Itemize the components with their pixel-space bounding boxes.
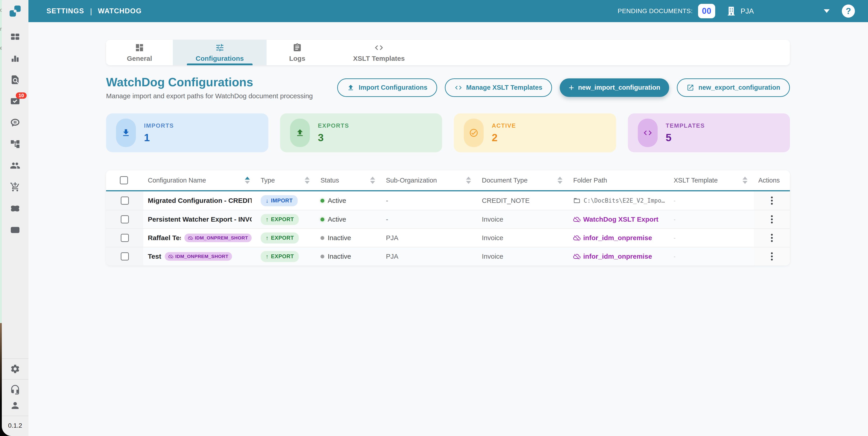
config-name: Persistent Watcher Export - INVOICE [148, 215, 252, 223]
row-menu-kebab-icon[interactable] [769, 194, 775, 207]
organization-selector[interactable]: PJA [726, 6, 754, 16]
row-checkbox[interactable] [121, 252, 129, 260]
code-icon [638, 119, 658, 147]
folder-icon [573, 197, 581, 204]
status-text: Active [328, 215, 346, 223]
cloud-off-icon [573, 234, 581, 241]
import-configurations-button[interactable]: Import Configurations [337, 78, 437, 97]
new-import-configuration-button[interactable]: + new_import_configuration [560, 78, 670, 97]
app-window: 10 [2, 0, 868, 436]
manage-xslt-templates-button[interactable]: Manage XSLT Templates [445, 78, 552, 97]
code-icon [455, 84, 462, 91]
cloud-off-icon [168, 254, 173, 259]
export-destination-link[interactable]: WatchDog XSLT Export [569, 215, 669, 223]
pending-documents-count: 00 [702, 6, 711, 16]
tab-configurations[interactable]: Configurations [173, 40, 267, 65]
tune-icon [215, 43, 224, 52]
type-badge: ↑EXPORT [261, 232, 299, 243]
stat-card-imports: IMPORTS 1 [106, 113, 268, 152]
sort-icon [370, 177, 375, 184]
column-header-type[interactable]: Type [256, 170, 316, 190]
workflow-icon[interactable] [10, 139, 20, 149]
suborg-value: PJA [381, 234, 477, 242]
column-header-status[interactable]: Status [316, 170, 381, 190]
stat-value: 5 [666, 132, 705, 144]
tab-xslt-templates[interactable]: XSLT Templates [328, 40, 430, 65]
folder-path: C:\DocBits\E2E_V2_Impo… [569, 197, 669, 204]
table-row[interactable]: Migrated Configuration - CREDIT_NO ↓IMPO… [106, 191, 790, 210]
chevron-down-icon[interactable] [824, 9, 830, 13]
sidebar: 10 [2, 0, 28, 436]
validation-tasks-icon[interactable]: 10 [10, 96, 20, 107]
arrow-up-icon: ↑ [266, 216, 269, 223]
document-search-icon[interactable] [10, 75, 20, 85]
suborg-value: PJA [381, 253, 477, 260]
row-checkbox[interactable] [121, 215, 129, 224]
status-text: Active [328, 197, 346, 204]
column-header-actions: Actions [754, 170, 790, 190]
row-menu-kebab-icon[interactable] [769, 232, 775, 244]
settings-gear-icon[interactable] [10, 364, 20, 374]
row-checkbox[interactable] [121, 234, 129, 242]
cloud-off-icon [188, 235, 193, 240]
table-row[interactable]: Raffael Test IDM_ONPREM_SHORT ↑EXPORT In… [106, 228, 790, 247]
select-all-checkbox[interactable] [120, 176, 128, 184]
stat-card-active: ACTIVE 2 [454, 113, 616, 152]
column-header-xslt[interactable]: XSLT Template [669, 170, 754, 190]
doctype-value: Invoice [477, 234, 569, 242]
stat-card-exports: EXPORTS 3 [280, 113, 442, 152]
type-badge: ↑EXPORT [261, 214, 299, 225]
stat-label: ACTIVE [492, 122, 516, 129]
column-header-name[interactable]: Configuration Name [143, 170, 256, 190]
table-row[interactable]: Persistent Watcher Export - INVOICE ↑EXP… [106, 210, 790, 228]
dashboard-icon[interactable] [10, 32, 20, 42]
settings-tabbar: General Configurations Logs XSLT Templat… [106, 40, 790, 65]
doctype-value: CREDIT_NOTE [477, 197, 569, 204]
purchase-cart-icon[interactable] [10, 182, 20, 192]
column-header-suborg[interactable]: Sub-Organization [381, 170, 477, 190]
suborg-value: - [381, 215, 477, 223]
status-dot [320, 236, 324, 240]
table-row[interactable]: Test IDM_ONPREM_SHORT ↑EXPORT Inactive P… [106, 247, 790, 265]
help-icon[interactable]: ? [842, 4, 855, 18]
config-name: Migrated Configuration - CREDIT_NO [148, 197, 252, 204]
stat-label: EXPORTS [318, 122, 349, 129]
check-circle-icon [464, 119, 484, 147]
support-headset-icon[interactable] [10, 384, 20, 395]
pending-documents-badge[interactable]: 00 [698, 4, 715, 18]
sort-icon [743, 177, 747, 184]
breadcrumb-section[interactable]: SETTINGS [46, 7, 84, 15]
xslt-template-value: - [669, 198, 754, 204]
analytics-icon[interactable] [10, 53, 20, 63]
doctype-value: Invoice [477, 215, 569, 223]
profile-icon[interactable] [10, 400, 20, 411]
sort-icon [245, 177, 250, 184]
export-destination-link[interactable]: infor_idm_onpremise [569, 234, 669, 242]
idm-badge: IDM_ONPREM_SHORT [184, 234, 252, 242]
config-name: Test [148, 253, 161, 260]
new-export-configuration-button[interactable]: new_export_configuration [677, 78, 790, 97]
row-checkbox[interactable] [121, 197, 129, 205]
stat-card-templates: TEMPLATES 5 [628, 113, 790, 152]
users-icon[interactable] [10, 161, 20, 171]
export-destination-link[interactable]: infor_idm_onpremise [569, 253, 669, 260]
row-menu-kebab-icon[interactable] [769, 250, 775, 263]
comment-search-icon[interactable] [10, 117, 20, 128]
idm-badge: IDM_ONPREM_SHORT [165, 252, 232, 261]
app-logo[interactable] [2, 0, 28, 22]
row-menu-kebab-icon[interactable] [769, 213, 775, 226]
status-text: Inactive [328, 253, 351, 260]
docbits-logo-icon [9, 5, 22, 18]
tab-logs[interactable]: Logs [267, 40, 328, 65]
sort-icon [557, 177, 562, 184]
upload-icon [290, 119, 310, 147]
status-dot [320, 199, 324, 203]
column-header-doctype[interactable]: Document Type [477, 170, 569, 190]
integration-orbit-icon[interactable] [10, 203, 20, 214]
sort-icon [466, 177, 471, 184]
chart-widget-icon[interactable] [10, 225, 20, 235]
doctype-value: Invoice [477, 253, 569, 260]
code-icon [374, 43, 384, 52]
tab-general[interactable]: General [106, 40, 173, 65]
upload-icon [347, 84, 354, 91]
